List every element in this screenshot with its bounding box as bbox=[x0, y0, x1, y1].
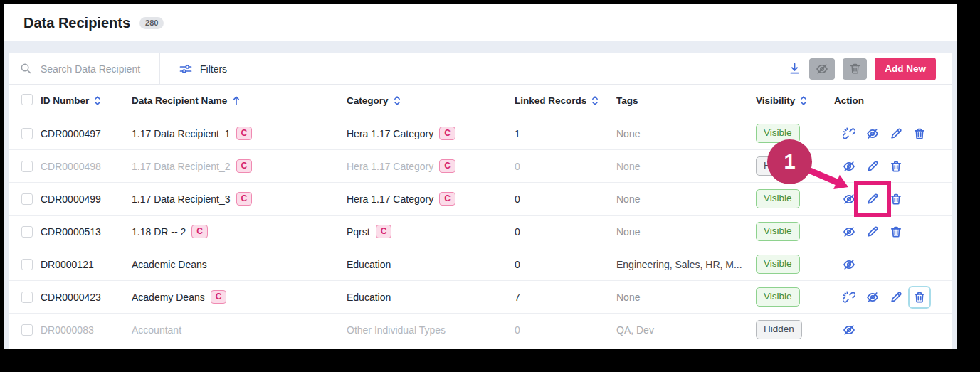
row-checkbox[interactable] bbox=[21, 292, 33, 303]
cell-category: Hera 1.17 Category C bbox=[347, 127, 515, 140]
trash-icon bbox=[913, 291, 926, 304]
add-new-button[interactable]: Add New bbox=[875, 58, 936, 80]
search-input[interactable] bbox=[39, 63, 149, 75]
delete-selected-button[interactable] bbox=[843, 58, 867, 80]
collection-badge: C bbox=[236, 127, 253, 140]
unlink-action-button[interactable] bbox=[843, 291, 855, 304]
screenshot-frame: Data Recipients 280 bbox=[0, 0, 980, 372]
trash-icon bbox=[913, 127, 926, 140]
column-header-linked-records[interactable]: Linked Records bbox=[515, 95, 616, 106]
page-header: Data Recipients 280 bbox=[4, 4, 957, 41]
edit-action-button[interactable] bbox=[890, 291, 902, 304]
edit-icon bbox=[890, 291, 902, 304]
toolbar-actions: Add New bbox=[788, 58, 952, 80]
search-icon bbox=[20, 63, 32, 75]
row-checkbox-cell bbox=[9, 324, 41, 336]
filters-label: Filters bbox=[200, 63, 227, 75]
row-checkbox-cell bbox=[9, 292, 41, 303]
cell-linked-records: 7 bbox=[515, 292, 616, 303]
cell-linked-records: 1 bbox=[515, 128, 616, 139]
cell-actions bbox=[834, 324, 952, 336]
collection-badge: C bbox=[236, 192, 253, 206]
cell-actions bbox=[834, 258, 952, 271]
cell-tags: None bbox=[616, 292, 756, 303]
search-box[interactable] bbox=[9, 53, 160, 84]
filters-button[interactable]: Filters bbox=[179, 63, 227, 75]
cell-linked-records: 0 bbox=[515, 193, 616, 205]
eye-off-icon bbox=[816, 63, 828, 75]
download-icon[interactable] bbox=[788, 62, 801, 75]
hide-action-button[interactable] bbox=[866, 291, 879, 304]
hide-action-button[interactable] bbox=[843, 324, 855, 336]
cell-linked-records: 0 bbox=[515, 161, 616, 172]
column-header-data-recipient-name[interactable]: Data Recipient Name bbox=[132, 95, 347, 106]
sort-ascending-icon bbox=[232, 95, 241, 106]
row-checkbox[interactable] bbox=[21, 128, 33, 139]
cell-category: Education bbox=[347, 259, 515, 270]
cell-recipient-name: Academy Deans C bbox=[132, 290, 347, 304]
collection-badge: C bbox=[211, 290, 227, 304]
row-checkbox[interactable] bbox=[21, 193, 33, 205]
cell-category: Other Individual Types bbox=[347, 324, 515, 336]
sort-toggle-icon bbox=[394, 95, 401, 106]
cell-recipient-name: Academic Deans bbox=[132, 259, 347, 270]
sort-toggle-icon bbox=[800, 95, 807, 106]
cell-id-number: DR0000083 bbox=[41, 324, 132, 336]
column-header-action: Action bbox=[834, 95, 952, 106]
table-toolbar: Filters bbox=[9, 53, 952, 85]
eye-off-icon bbox=[843, 324, 855, 336]
column-header-id-number[interactable]: ID Number bbox=[41, 95, 132, 106]
row-checkbox[interactable] bbox=[21, 226, 33, 238]
column-header-label: Visibility bbox=[756, 95, 795, 106]
row-checkbox-cell bbox=[9, 259, 41, 270]
row-checkbox[interactable] bbox=[21, 259, 33, 270]
select-all-checkbox[interactable] bbox=[21, 94, 33, 105]
cell-category: Hera 1.17 Category C bbox=[347, 159, 515, 173]
column-header-label: ID Number bbox=[41, 95, 89, 106]
column-header-label: Category bbox=[347, 95, 389, 106]
unlink-icon bbox=[843, 291, 855, 304]
column-header-visibility[interactable]: Visibility bbox=[756, 95, 834, 106]
column-header-label: Action bbox=[834, 95, 864, 106]
cell-recipient-name: 1.17 Data Recipient_1 C bbox=[132, 127, 347, 140]
collection-badge: C bbox=[439, 127, 455, 140]
column-header-category[interactable]: Category bbox=[347, 95, 515, 106]
cell-category: Pqrst C bbox=[347, 225, 515, 238]
cell-visibility: Visible bbox=[756, 255, 834, 273]
cell-recipient-name: Accountant bbox=[132, 324, 347, 336]
cell-linked-records: 0 bbox=[515, 259, 616, 270]
row-checkbox-cell bbox=[9, 128, 41, 139]
delete-action-button[interactable] bbox=[913, 127, 926, 140]
delete-action-button[interactable] bbox=[913, 291, 926, 304]
column-header-label: Data Recipient Name bbox=[132, 95, 227, 106]
row-checkbox-cell bbox=[9, 193, 41, 205]
cell-recipient-name: 1.18 DR -- 2 C bbox=[132, 225, 347, 238]
collection-badge: C bbox=[376, 225, 392, 238]
cell-id-number: CDR0000513 bbox=[41, 226, 132, 238]
cell-linked-records: 0 bbox=[515, 324, 616, 336]
cell-id-number: CDR0000497 bbox=[41, 128, 132, 139]
cell-linked-records: 0 bbox=[515, 226, 616, 238]
collection-badge: C bbox=[191, 225, 208, 238]
column-header-tags: Tags bbox=[616, 95, 756, 106]
page-title: Data Recipients bbox=[23, 15, 130, 31]
row-checkbox-cell bbox=[9, 161, 41, 172]
visibility-badge: Visible bbox=[756, 255, 800, 273]
cell-category: Hera 1.17 Category C bbox=[347, 192, 515, 206]
cell-id-number: CDR0000498 bbox=[41, 161, 132, 172]
sort-toggle-icon bbox=[94, 95, 101, 106]
cell-tags: QA, Dev bbox=[616, 324, 756, 336]
cell-recipient-name: 1.17 Data Recipient_3 C bbox=[132, 192, 347, 206]
column-header-label: Tags bbox=[616, 95, 638, 106]
hide-action-button[interactable] bbox=[843, 258, 855, 271]
row-checkbox-cell bbox=[9, 226, 41, 238]
row-checkbox[interactable] bbox=[21, 324, 33, 336]
eye-off-icon bbox=[843, 258, 855, 271]
cell-tags: None bbox=[616, 128, 756, 139]
table-row: DR0000083 Accountant Other Individual Ty… bbox=[9, 314, 952, 346]
row-checkbox[interactable] bbox=[21, 161, 33, 172]
hide-selected-button[interactable] bbox=[809, 58, 835, 80]
table-row: DR0000121 Academic Deans Education 0 Eng… bbox=[9, 248, 952, 281]
collection-badge: C bbox=[439, 159, 455, 173]
record-count-badge: 280 bbox=[139, 17, 164, 29]
